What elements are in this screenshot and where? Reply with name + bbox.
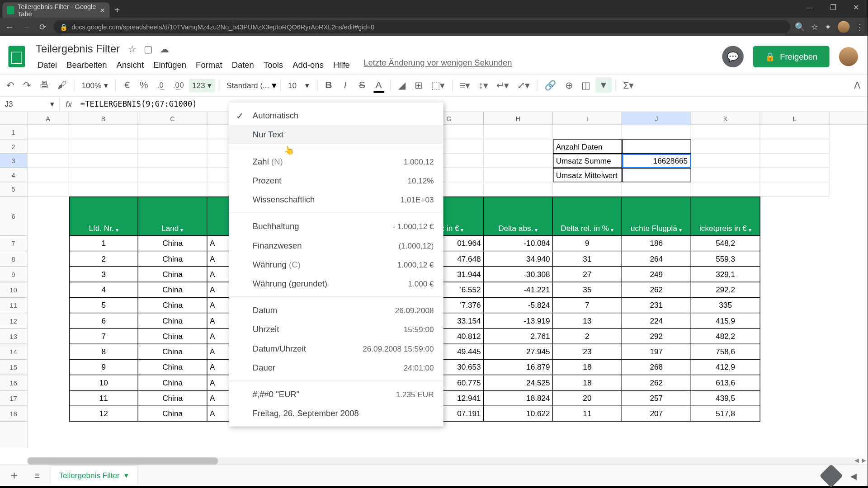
cell[interactable] <box>138 125 208 140</box>
chart-button[interactable]: ◫ <box>578 77 594 94</box>
star-icon[interactable]: ☆ <box>128 43 136 55</box>
cell[interactable]: China <box>138 406 208 422</box>
collapse-toolbar-button[interactable]: ᐱ <box>849 77 865 94</box>
cell[interactable]: 9 <box>69 360 138 375</box>
cell[interactable]: 231 <box>622 298 691 313</box>
cell[interactable]: 2 <box>69 251 138 267</box>
cell[interactable]: -10.084 <box>484 236 553 251</box>
cell[interactable]: 224 <box>622 313 691 328</box>
cell[interactable] <box>484 139 553 154</box>
menu-tools[interactable]: Tools <box>259 57 288 72</box>
new-tab-button[interactable]: + <box>114 5 120 16</box>
format-option[interactable]: Freitag, 26. September 2008 <box>229 404 443 423</box>
sheet-tab[interactable]: Teilergebnis Filter ▾ <box>51 466 137 485</box>
cell[interactable]: Delta abs.▾ <box>484 197 553 236</box>
menu-hilfe[interactable]: Hilfe <box>329 57 354 72</box>
comment-button[interactable]: ⊕ <box>561 77 576 94</box>
cell[interactable]: China <box>138 391 208 406</box>
cell[interactable] <box>622 182 691 197</box>
cell[interactable] <box>691 154 760 168</box>
format-option[interactable]: #,##0 "EUR"1.235 EUR <box>229 385 443 404</box>
redo-button[interactable]: ↷ <box>19 77 34 94</box>
format-option[interactable]: ✓Automatisch <box>229 106 443 125</box>
cell[interactable]: 262 <box>622 375 691 390</box>
format-option[interactable]: Buchhaltung- 1.000,12 € <box>229 217 443 236</box>
filter-icon[interactable]: ▾ <box>749 227 752 233</box>
cell[interactable]: China <box>138 282 208 298</box>
format-option[interactable]: Währung(C)1.000,12 € <box>229 255 443 274</box>
cell[interactable] <box>622 125 691 140</box>
share-button[interactable]: 🔒 Freigeben <box>753 46 830 67</box>
user-avatar[interactable] <box>839 47 858 66</box>
cell[interactable]: 335 <box>691 298 760 313</box>
cell[interactable] <box>69 182 138 197</box>
cell[interactable]: 292,2 <box>691 282 760 298</box>
scroll-left-icon[interactable]: ◀ <box>854 457 859 463</box>
increase-decimal-button[interactable]: .0̲0 <box>170 79 188 92</box>
v-align-button[interactable]: ↕▾ <box>475 77 491 94</box>
cell[interactable]: Umsatz Summe <box>553 154 622 168</box>
scrollbar-thumb[interactable] <box>28 457 218 465</box>
column-header-H[interactable]: H <box>484 112 553 125</box>
cell[interactable]: 517,8 <box>691 406 760 422</box>
explore-button[interactable] <box>820 464 843 487</box>
format-option[interactable]: Dauer24:01:00 <box>229 358 443 377</box>
cell[interactable]: 249 <box>622 267 691 282</box>
side-panel-toggle[interactable]: ◀ <box>844 471 863 480</box>
format-option[interactable]: Zahl(N)1.000,12 <box>229 152 443 171</box>
formula-bar[interactable]: =TEILERGEBNIS(9;G7:G1000) <box>78 99 868 108</box>
menu-add-ons[interactable]: Add-ons <box>288 57 328 72</box>
cell[interactable]: icketpreis in €▾ <box>691 197 760 236</box>
menu-bearbeiten[interactable]: Bearbeiten <box>62 57 111 72</box>
row-header-7[interactable]: 7 <box>0 236 27 251</box>
cell[interactable]: 197 <box>622 344 691 360</box>
menu-daten[interactable]: Daten <box>227 57 258 72</box>
paint-format-button[interactable]: 🖌 <box>54 77 71 93</box>
cell[interactable] <box>138 182 208 197</box>
row-header-14[interactable]: 14 <box>0 344 27 360</box>
column-header-J[interactable]: J <box>622 112 691 125</box>
filter-icon[interactable]: ▾ <box>679 227 682 233</box>
cell[interactable] <box>28 139 69 154</box>
cell[interactable]: Lfd. Nr.▾ <box>69 197 138 236</box>
filter-icon[interactable]: ▾ <box>116 227 119 233</box>
cell[interactable]: China <box>138 375 208 390</box>
wrap-button[interactable]: ↵▾ <box>493 77 512 94</box>
row-header-6[interactable]: 6 <box>0 197 27 236</box>
maximize-icon[interactable]: ❐ <box>822 0 845 15</box>
cell[interactable]: 7 <box>69 329 138 344</box>
format-option[interactable]: Währung (gerundet)1.000 € <box>229 274 443 293</box>
extension-icon[interactable]: ✦ <box>825 22 832 32</box>
cell[interactable]: 268 <box>622 360 691 375</box>
undo-button[interactable]: ↶ <box>2 77 18 94</box>
profile-avatar[interactable] <box>838 21 849 33</box>
row-header-13[interactable]: 13 <box>0 329 27 344</box>
column-header-I[interactable]: I <box>553 112 622 125</box>
cell[interactable] <box>691 125 760 140</box>
cell[interactable]: 186 <box>622 236 691 251</box>
cell[interactable] <box>553 182 622 197</box>
cell[interactable]: 264 <box>622 251 691 267</box>
row-header-3[interactable]: 3 <box>0 154 27 168</box>
column-header-A[interactable]: A <box>28 112 69 125</box>
column-header-C[interactable]: C <box>138 112 208 125</box>
format-option[interactable]: Prozent10,12% <box>229 171 443 190</box>
cell[interactable] <box>760 125 830 140</box>
cell[interactable]: China <box>138 313 208 328</box>
cell[interactable]: 329,1 <box>691 267 760 282</box>
move-icon[interactable]: ▢ <box>144 43 153 55</box>
italic-button[interactable]: I <box>338 77 353 93</box>
row-header-8[interactable]: 8 <box>0 251 27 267</box>
cell[interactable]: 16628665 <box>622 154 691 168</box>
strikethrough-button[interactable]: S <box>354 77 370 93</box>
format-option[interactable]: Nur Text <box>229 125 443 144</box>
cell[interactable]: 3 <box>69 267 138 282</box>
cell[interactable] <box>691 182 760 197</box>
rotate-button[interactable]: ⤢▾ <box>514 77 533 94</box>
cell[interactable]: Umsatz Mittelwert <box>553 168 622 183</box>
h-align-button[interactable]: ≡▾ <box>456 77 474 94</box>
close-tab-icon[interactable]: × <box>100 5 105 15</box>
row-header-16[interactable]: 16 <box>0 375 27 390</box>
filter-icon[interactable]: ▾ <box>461 227 464 233</box>
currency-button[interactable]: € <box>119 77 135 93</box>
